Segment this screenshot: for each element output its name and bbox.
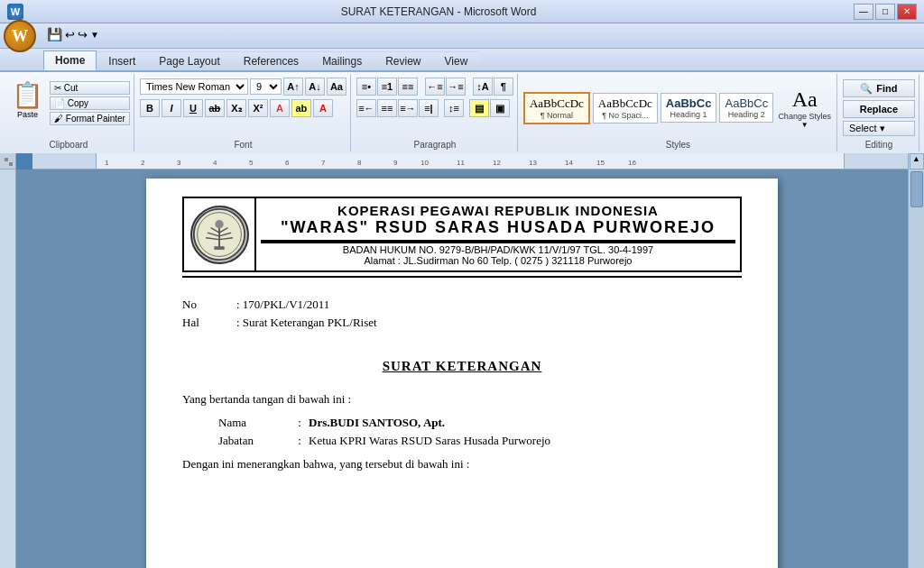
letter-title: SURAT KETERANGAN xyxy=(182,359,742,374)
jabatan-sep: : xyxy=(291,434,309,448)
tab-insert[interactable]: Insert xyxy=(97,51,147,70)
strikethrough-button[interactable]: ab xyxy=(205,99,225,117)
customize-icon[interactable]: ▼ xyxy=(90,30,99,40)
scroll-up-button[interactable]: ▲ xyxy=(910,153,924,169)
scroll-thumb[interactable] xyxy=(910,171,923,207)
style-normal[interactable]: AaBbCcDc ¶ Normal xyxy=(523,92,590,124)
grow-font-button[interactable]: A↑ xyxy=(283,78,303,96)
subscript-button[interactable]: X₂ xyxy=(226,99,246,117)
svg-text:4: 4 xyxy=(213,159,217,167)
underline-button[interactable]: U xyxy=(183,99,203,117)
style-heading1[interactable]: AaBbCc Heading 1 xyxy=(661,93,717,123)
header-text: KOPERASI PEGAWAI REPUBLIK INDONESIA "WAR… xyxy=(256,198,740,270)
tab-page-layout[interactable]: Page Layout xyxy=(147,51,231,70)
svg-text:5: 5 xyxy=(249,159,254,167)
jabatan-label: Jabatan xyxy=(218,434,291,448)
select-button[interactable]: Select ▾ xyxy=(843,121,915,136)
personal-details: Nama : Drs.BUDI SANTOSO, Apt. Jabatan : … xyxy=(182,416,742,448)
tab-mailings[interactable]: Mailings xyxy=(310,51,374,70)
bold-button[interactable]: B xyxy=(140,99,160,117)
italic-button[interactable]: I xyxy=(162,99,181,117)
style-nospacing[interactable]: AaBbCcDc ¶ No Spaci... xyxy=(593,93,658,124)
svg-text:16: 16 xyxy=(628,159,636,167)
styles-group: AaBbCcDc ¶ Normal AaBbCcDc ¶ No Spaci...… xyxy=(520,74,837,151)
replace-button[interactable]: Replace xyxy=(843,100,915,118)
align-center-button[interactable]: ≡≡ xyxy=(377,99,397,117)
align-left-button[interactable]: ≡← xyxy=(356,99,376,117)
font-size-select[interactable]: 9 xyxy=(250,78,282,95)
paragraph-label: Paragraph xyxy=(414,138,457,150)
superscript-button[interactable]: X² xyxy=(248,99,268,117)
tab-references[interactable]: References xyxy=(232,51,310,70)
format-painter-button[interactable]: 🖌 Format Painter xyxy=(50,112,130,125)
right-scrollbar: ▲ ⊙ ◉ ⊙ ▼ xyxy=(908,153,924,568)
letter-body: No : 170/PKL/V1/2011 Hal : Surat Keteran… xyxy=(182,287,742,341)
text-effects-button[interactable]: A xyxy=(270,99,290,117)
change-styles-button[interactable]: Aa Change Styles ▼ xyxy=(776,86,833,131)
close-button[interactable]: ✕ xyxy=(897,4,917,20)
office-button[interactable]: W xyxy=(4,20,36,52)
main-area: 1 2 3 4 5 6 7 8 9 10 11 12 13 14 15 16 xyxy=(16,153,908,568)
paste-button[interactable]: 📋 Paste xyxy=(7,78,48,122)
bullets-button[interactable]: ≡• xyxy=(356,78,376,96)
clipboard-group: 📋 Paste ✂ Cut 📄 Copy 🖌 Format Painter Cl… xyxy=(4,74,134,151)
svg-text:1: 1 xyxy=(105,159,109,167)
ribbon-content: 📋 Paste ✂ Cut 📄 Copy 🖌 Format Painter Cl… xyxy=(0,72,924,153)
document-area[interactable]: KOPERASI PEGAWAI REPUBLIK INDONESIA "WAR… xyxy=(16,169,908,568)
numbering-button[interactable]: ≡1 xyxy=(377,78,397,96)
tab-review[interactable]: Review xyxy=(374,51,432,70)
cut-button[interactable]: ✂ Cut xyxy=(50,81,130,95)
org-logo xyxy=(190,206,249,264)
branch-name: "WARAS" RSUD SARAS HUSADA PURWOREJO xyxy=(261,218,735,237)
style-heading2[interactable]: AaBbCc Heading 2 xyxy=(719,93,773,123)
no-value: : 170/PKL/V1/2011 xyxy=(236,298,742,312)
svg-text:6: 6 xyxy=(285,159,290,167)
justify-button[interactable]: ≡| xyxy=(419,99,439,117)
svg-rect-0 xyxy=(5,158,8,161)
svg-text:14: 14 xyxy=(565,159,573,167)
change-styles-arrow: ▼ xyxy=(801,121,808,129)
decrease-indent-button[interactable]: ←≡ xyxy=(425,78,445,96)
undo-icon[interactable]: ↩ xyxy=(65,28,75,42)
line-spacing-button[interactable]: ↕≡ xyxy=(444,99,464,117)
show-marks-button[interactable]: ¶ xyxy=(494,78,513,96)
svg-text:11: 11 xyxy=(457,159,465,167)
font-color-button[interactable]: A xyxy=(313,99,333,117)
find-button[interactable]: 🔍 Find xyxy=(843,79,915,97)
letter-no-field: No : 170/PKL/V1/2011 xyxy=(182,298,742,312)
svg-text:9: 9 xyxy=(393,159,398,167)
letter-closing: Dengan ini menerangkan bahwa, yang terse… xyxy=(182,457,742,472)
paste-label: Paste xyxy=(17,110,38,119)
svg-point-27 xyxy=(215,220,223,228)
save-icon[interactable]: 💾 xyxy=(47,27,62,42)
multilevel-button[interactable]: ≡≡ xyxy=(398,78,418,96)
maximize-button[interactable]: □ xyxy=(875,4,895,20)
increase-indent-button[interactable]: →≡ xyxy=(446,78,466,96)
font-name-select[interactable]: Times New Roman xyxy=(140,78,248,95)
shading-button[interactable]: ▤ xyxy=(469,99,489,117)
copy-button[interactable]: 📄 Copy xyxy=(50,96,130,110)
redo-icon[interactable]: ↪ xyxy=(78,28,88,42)
title-bar: W SURAT KETERANGAN - Microsoft Word — □ … xyxy=(0,0,924,23)
style-heading1-label: Heading 1 xyxy=(666,110,712,119)
paragraph-group: ≡• ≡1 ≡≡ ←≡ →≡ ↕A ¶ ≡← ≡≡ ≡→ ≡| ↕≡ ▤ ▣ xyxy=(353,74,518,151)
style-normal-preview: AaBbCcDc xyxy=(530,96,584,111)
font-group: Times New Roman 9 A↑ A↓ Aa B I U ab X₂ X… xyxy=(136,74,351,151)
svg-text:13: 13 xyxy=(529,159,537,167)
highlight-button[interactable]: ab xyxy=(291,99,311,117)
minimize-button[interactable]: — xyxy=(854,4,873,20)
border-button[interactable]: ▣ xyxy=(490,99,510,117)
tab-view[interactable]: View xyxy=(433,51,480,70)
style-nospacing-preview: AaBbCcDc xyxy=(598,96,652,111)
app-body: 1 2 3 4 5 6 7 8 9 10 11 12 13 14 15 16 xyxy=(0,153,924,568)
clear-format-button[interactable]: Aa xyxy=(327,78,346,96)
style-nospacing-label: ¶ No Spaci... xyxy=(598,111,652,120)
document-page[interactable]: KOPERASI PEGAWAI REPUBLIK INDONESIA "WAR… xyxy=(146,179,778,568)
sort-button[interactable]: ↕A xyxy=(473,78,493,96)
window-controls: — □ ✕ xyxy=(854,4,917,20)
shrink-font-button[interactable]: A↓ xyxy=(305,78,325,96)
svg-text:12: 12 xyxy=(493,159,501,167)
nama-value: Drs.BUDI SANTOSO, Apt. xyxy=(309,416,742,430)
align-right-button[interactable]: ≡→ xyxy=(398,99,418,117)
tab-home[interactable]: Home xyxy=(43,50,97,70)
